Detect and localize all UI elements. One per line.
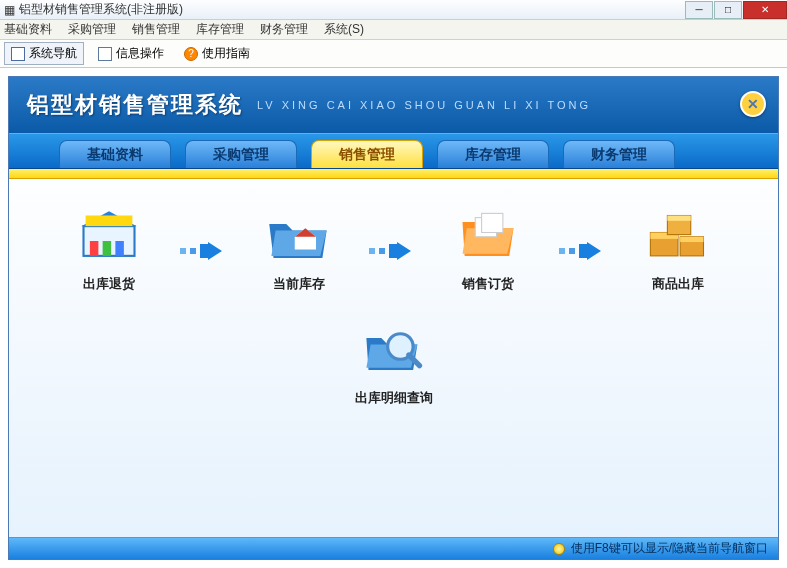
- toolbar: 系统导航 信息操作 ? 使用指南: [0, 40, 787, 68]
- arrow-icon: [559, 241, 607, 261]
- item-out[interactable]: 商品出库: [618, 209, 738, 293]
- svg-rect-12: [569, 248, 575, 254]
- app-icon: ▦: [4, 3, 15, 17]
- tab-bar: 基础资料 采购管理 销售管理 库存管理 财务管理: [9, 133, 778, 169]
- tab-purchase[interactable]: 采购管理: [185, 140, 297, 168]
- folder-house-icon: [265, 209, 333, 263]
- svg-rect-4: [115, 241, 124, 256]
- item-out-label: 商品出库: [652, 275, 704, 293]
- item-return[interactable]: 出库退货: [49, 209, 169, 293]
- menu-basic[interactable]: 基础资料: [4, 21, 52, 38]
- tool-guide[interactable]: ? 使用指南: [178, 43, 256, 64]
- svg-rect-7: [369, 248, 375, 254]
- workspace: 出库退货 当前库存 销售订货: [9, 179, 778, 537]
- svg-rect-8: [379, 248, 385, 254]
- folder-docs-icon: [454, 209, 522, 263]
- panel-header: 铝型材销售管理系统 LV XING CAI XIAO SHOU GUAN LI …: [9, 77, 778, 133]
- nav-icon: [11, 47, 25, 61]
- svg-rect-6: [190, 248, 196, 254]
- tool-nav[interactable]: 系统导航: [4, 42, 84, 65]
- item-query-label: 出库明细查询: [355, 389, 433, 407]
- status-bar: 使用F8键可以显示/隐藏当前导航窗口: [9, 537, 778, 559]
- tool-nav-label: 系统导航: [29, 45, 77, 62]
- item-order[interactable]: 销售订货: [428, 209, 548, 293]
- tool-guide-label: 使用指南: [202, 45, 250, 62]
- tool-info[interactable]: 信息操作: [92, 43, 170, 64]
- svg-rect-11: [559, 248, 565, 254]
- svg-rect-3: [103, 241, 112, 256]
- item-current[interactable]: 当前库存: [239, 209, 359, 293]
- boxes-icon: [644, 209, 712, 263]
- panel-title: 铝型材销售管理系统: [27, 90, 243, 120]
- tool-info-label: 信息操作: [116, 45, 164, 62]
- menu-stock[interactable]: 库存管理: [196, 21, 244, 38]
- store-icon: [75, 209, 143, 263]
- tab-sales[interactable]: 销售管理: [311, 140, 423, 168]
- folder-search-icon: [360, 323, 428, 377]
- svg-rect-18: [667, 216, 690, 221]
- svg-rect-5: [180, 248, 186, 254]
- flow-row: 出库退货 当前库存 销售订货: [49, 209, 738, 293]
- tab-basic[interactable]: 基础资料: [59, 140, 171, 168]
- help-icon: ?: [184, 47, 198, 61]
- info-icon: [98, 47, 112, 61]
- item-current-label: 当前库存: [273, 275, 325, 293]
- arrow-icon: [180, 241, 228, 261]
- item-query[interactable]: 出库明细查询: [334, 323, 454, 407]
- status-hint: 使用F8键可以显示/隐藏当前导航窗口: [571, 540, 768, 557]
- window-titlebar: ▦ 铝型材销售管理系统(非注册版) ─ □ ✕: [0, 0, 787, 20]
- tab-stock[interactable]: 库存管理: [437, 140, 549, 168]
- panel-subtitle: LV XING CAI XIAO SHOU GUAN LI XI TONG: [257, 99, 591, 111]
- close-button[interactable]: ✕: [743, 1, 787, 19]
- item-return-label: 出库退货: [83, 275, 135, 293]
- panel-close-button[interactable]: ✕: [740, 91, 766, 117]
- arrow-icon: [369, 241, 417, 261]
- svg-rect-1: [86, 216, 133, 227]
- maximize-button[interactable]: □: [714, 1, 742, 19]
- tab-finance[interactable]: 财务管理: [563, 140, 675, 168]
- svg-rect-16: [680, 237, 703, 242]
- window-title: 铝型材销售管理系统(非注册版): [19, 1, 183, 18]
- menu-system[interactable]: 系统(S): [324, 21, 364, 38]
- minimize-button[interactable]: ─: [685, 1, 713, 19]
- main-panel: 铝型材销售管理系统 LV XING CAI XIAO SHOU GUAN LI …: [8, 76, 779, 560]
- menu-sales[interactable]: 销售管理: [132, 21, 180, 38]
- menu-purchase[interactable]: 采购管理: [68, 21, 116, 38]
- svg-rect-2: [90, 241, 99, 256]
- bulb-icon: [553, 543, 565, 555]
- accent-bar: [9, 169, 778, 179]
- svg-rect-10: [482, 214, 503, 233]
- item-order-label: 销售订货: [462, 275, 514, 293]
- menu-bar: 基础资料 采购管理 销售管理 库存管理 财务管理 系统(S): [0, 20, 787, 40]
- menu-finance[interactable]: 财务管理: [260, 21, 308, 38]
